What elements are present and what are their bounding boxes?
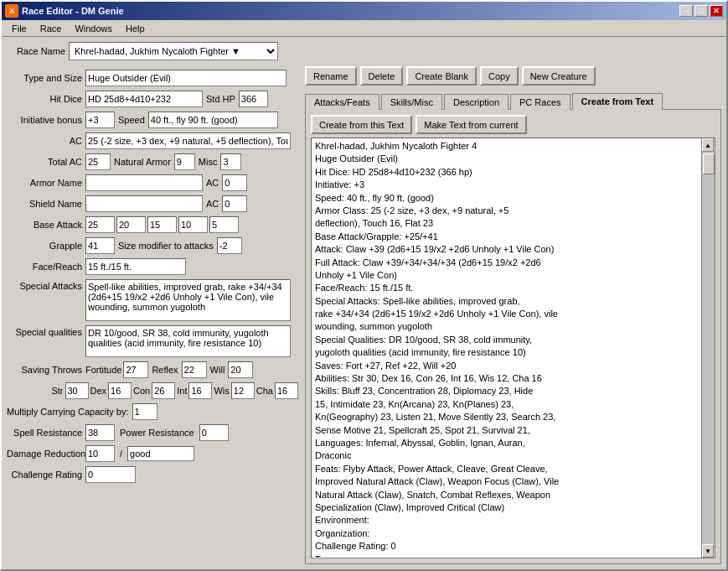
hit-dice-label: Hit Dice [7, 94, 82, 104]
new-creature-button[interactable]: New Creature [522, 66, 596, 86]
action-buttons-row: Rename Delete Create Blank Copy New Crea… [305, 66, 721, 86]
tab-skills-misc[interactable]: Skills/Misc [381, 94, 442, 110]
type-size-input[interactable] [85, 70, 287, 86]
tab-create-from-text[interactable]: Create from Text [572, 93, 663, 110]
will-input[interactable] [228, 361, 253, 378]
shield-ac-input[interactable] [222, 195, 247, 212]
tab-description[interactable]: Description [444, 94, 509, 110]
scrollbar[interactable]: ▲ ▼ [701, 138, 715, 558]
ac-row: AC [7, 132, 300, 149]
spell-resistance-label: Spell Resistance [7, 428, 82, 438]
base-attack-2[interactable] [116, 216, 146, 233]
int-input[interactable] [188, 382, 212, 399]
scroll-up-button[interactable]: ▲ [702, 138, 714, 152]
menu-race[interactable]: Race [34, 22, 69, 35]
multiply-carrying-label: Multiply Carrying Capacity by: [7, 407, 129, 417]
tab-attacks-feats[interactable]: Attacks/Feats [305, 94, 379, 110]
initiative-input[interactable] [85, 112, 115, 128]
multiply-carrying-input[interactable] [132, 403, 157, 420]
hit-dice-input[interactable] [85, 91, 203, 107]
menu-help[interactable]: Help [119, 22, 152, 35]
armor-name-input[interactable] [85, 174, 203, 191]
size-mod-input[interactable] [217, 237, 242, 254]
grapple-input[interactable] [85, 237, 115, 254]
natural-armor-input[interactable] [174, 153, 195, 170]
scrollbar-track[interactable] [702, 152, 715, 544]
base-attack-4[interactable] [178, 216, 208, 233]
base-attack-1[interactable] [85, 216, 115, 233]
spell-resistance-input[interactable] [85, 424, 115, 441]
maximize-button[interactable]: □ [694, 5, 708, 17]
armor-ac-label: AC [206, 178, 219, 188]
con-input[interactable] [152, 382, 175, 399]
wis-input[interactable] [231, 382, 255, 399]
tab-bar: Attacks/Feats Skills/Misc Description PC… [305, 92, 721, 110]
wis-label: Wis [214, 386, 229, 396]
rename-button[interactable]: Rename [305, 66, 357, 86]
base-attack-label: Base Attack [7, 220, 82, 230]
minimize-button[interactable]: ─ [679, 5, 693, 17]
tab-pc-races[interactable]: PC Races [510, 94, 571, 110]
dex-input[interactable] [108, 382, 132, 399]
natural-armor-label: Natural Armor [114, 157, 171, 167]
str-input[interactable] [65, 382, 89, 399]
ref-input[interactable] [182, 361, 207, 378]
ac-input[interactable] [85, 132, 291, 149]
misc-input[interactable] [220, 153, 241, 170]
total-ac-row: Total AC Natural Armor Misc [7, 153, 300, 170]
face-reach-label: Face/Reach [7, 262, 82, 272]
menu-windows[interactable]: Windows [68, 22, 119, 35]
shield-name-row: Shield Name AC [7, 195, 300, 212]
create-blank-button[interactable]: Create Blank [406, 66, 477, 86]
armor-name-label: Armor Name [7, 178, 82, 188]
cha-label: Cha [256, 386, 273, 396]
will-label: Will [210, 365, 225, 375]
shield-name-label: Shield Name [7, 199, 82, 209]
race-name-select[interactable]: Khrel-hadad, Jukhim Nycaloth Fighter ▼ [69, 42, 278, 60]
misc-label: Misc [199, 157, 218, 167]
create-from-text-button[interactable]: Create from this Text [311, 115, 412, 134]
speed-label: Speed [118, 115, 145, 125]
type-size-row: Type and Size [7, 70, 300, 86]
grapple-label: Grapple [7, 241, 82, 251]
std-hp-input[interactable] [239, 91, 268, 107]
ac-label: AC [7, 136, 82, 146]
race-name-label: Race Name [7, 46, 65, 56]
speed-input[interactable] [148, 112, 278, 128]
app-icon: ⚔ [5, 4, 18, 18]
close-button[interactable]: ✕ [710, 5, 723, 17]
shield-name-input[interactable] [85, 195, 203, 212]
base-attack-3[interactable] [147, 216, 177, 233]
face-reach-row: Face/Reach [7, 258, 300, 275]
grapple-row: Grapple Size modifier to attacks [7, 237, 300, 254]
creature-text-area[interactable] [312, 138, 701, 558]
initiative-row: Initiative bonus Speed [7, 112, 300, 128]
damage-reduction-type[interactable] [127, 446, 194, 461]
delete-button[interactable]: Delete [360, 66, 404, 86]
special-qualities-row: Special qualities [7, 325, 300, 357]
scroll-down-button[interactable]: ▼ [702, 544, 714, 558]
make-text-button[interactable]: Make Text from current [416, 115, 526, 134]
challenge-rating-input[interactable] [85, 466, 136, 483]
fort-label: Fortitude [85, 365, 121, 375]
power-resistance-input[interactable] [199, 424, 229, 441]
window-title: Race Editor - DM Genie [22, 6, 124, 16]
special-qualities-textarea[interactable] [85, 325, 291, 357]
armor-name-row: Armor Name AC [7, 174, 300, 191]
menu-file[interactable]: File [5, 22, 34, 35]
spell-resistance-row: Spell Resistance Power Resistance [7, 424, 300, 441]
armor-ac-input[interactable] [222, 174, 247, 191]
special-attacks-textarea[interactable] [85, 279, 291, 321]
scrollbar-thumb[interactable] [703, 153, 715, 174]
copy-button[interactable]: Copy [480, 66, 519, 86]
power-resistance-label: Power Resistance [120, 428, 194, 438]
saving-throws-label: Saving Throws [7, 365, 82, 375]
face-reach-input[interactable] [85, 258, 186, 275]
cha-input[interactable] [275, 382, 298, 399]
fort-input[interactable] [123, 361, 148, 378]
challenge-rating-label: Challenge Rating [7, 470, 82, 480]
con-label: Con [133, 386, 150, 396]
total-ac-input[interactable] [85, 153, 111, 170]
damage-reduction-input[interactable] [85, 445, 115, 462]
base-attack-5[interactable] [209, 216, 239, 233]
